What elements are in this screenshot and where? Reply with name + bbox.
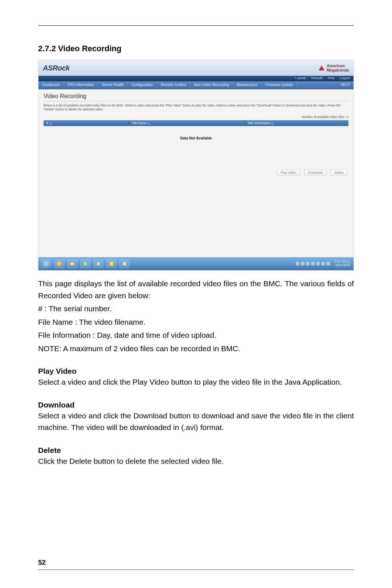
video-table: # △ File Name △ File Information △ Data … bbox=[44, 120, 348, 150]
section-heading: 2.7.2 Video Recording bbox=[38, 44, 354, 53]
taskbar-explorer-icon[interactable] bbox=[67, 259, 78, 268]
no-data-label: Data Not Available bbox=[44, 126, 348, 150]
taskbar-app-icon-4[interactable] bbox=[119, 259, 130, 268]
page-footer: 52 bbox=[38, 559, 354, 570]
brand-right-line2: Megatrends bbox=[327, 68, 349, 72]
tray-icon[interactable] bbox=[326, 262, 330, 265]
tray-icon[interactable] bbox=[311, 262, 315, 265]
taskbar-app-icon-1[interactable] bbox=[80, 259, 91, 268]
col-serial[interactable]: # △ bbox=[44, 120, 129, 126]
clock-date: 2012/4/16 bbox=[334, 264, 350, 267]
table-header-row: # △ File Name △ File Information △ bbox=[44, 120, 348, 126]
brand-bar: ASRock American Megatrends bbox=[38, 60, 354, 76]
taskbar-app-icon-3[interactable] bbox=[106, 259, 117, 268]
note-line: NOTE: A maximum of 2 video files can be … bbox=[38, 343, 354, 355]
link-refresh[interactable]: Refresh bbox=[311, 76, 323, 80]
delete-button[interactable]: Delete bbox=[330, 170, 348, 175]
system-tray: 下午 08:11 2012/4/16 bbox=[296, 260, 351, 267]
video-count-label: Number of available Video files : 0 bbox=[44, 115, 348, 119]
subhead-download: Download bbox=[38, 401, 354, 409]
intro-paragraph: This page displays the list of available… bbox=[38, 278, 354, 301]
content-description: Below is a list of available recorded vi… bbox=[44, 104, 348, 111]
link-logout[interactable]: Logout bbox=[340, 76, 350, 80]
download-body: Select a video and click the Download bu… bbox=[38, 410, 354, 434]
subhead-delete: Delete bbox=[38, 446, 354, 455]
document-page: 2.7.2 Video Recording ASRock American Me… bbox=[0, 0, 392, 588]
tray-icon[interactable] bbox=[301, 262, 305, 265]
windows-icon bbox=[43, 261, 49, 267]
content-area: Video Recording Below is a list of avail… bbox=[38, 89, 354, 175]
content-divider bbox=[44, 101, 348, 101]
brand-right-line1: American bbox=[327, 64, 349, 68]
field-filename: File Name : The video filename. bbox=[38, 316, 354, 328]
app-icon bbox=[82, 261, 88, 267]
embedded-screenshot: ASRock American Megatrends • admin Refre… bbox=[38, 60, 354, 271]
nav-configuration[interactable]: Configuration bbox=[128, 81, 157, 89]
tray-icons[interactable] bbox=[296, 262, 330, 265]
clock[interactable]: 下午 08:11 2012/4/16 bbox=[333, 260, 351, 267]
play-icon bbox=[56, 261, 62, 267]
taskbar-app-icon-2[interactable] bbox=[93, 259, 104, 268]
subhead-play-video: Play Video bbox=[38, 367, 354, 376]
main-nav: Dashboard FRU Information Server Health … bbox=[38, 81, 354, 89]
delete-body: Click the Delete button to delete the se… bbox=[38, 455, 354, 467]
nav-server-health[interactable]: Server Health bbox=[98, 81, 128, 89]
person-icon bbox=[109, 261, 114, 267]
nav-remote-control[interactable]: Remote Control bbox=[157, 81, 190, 89]
play-video-body: Select a video and click the Play Video … bbox=[38, 376, 354, 388]
svg-rect-3 bbox=[70, 263, 74, 265]
user-bar: • admin Refresh Print Logout bbox=[38, 76, 354, 81]
triangle-icon bbox=[319, 65, 324, 70]
bottom-rule bbox=[38, 569, 354, 570]
app-icon bbox=[95, 261, 101, 267]
nav-dashboard[interactable]: Dashboard bbox=[38, 81, 64, 89]
page-number: 52 bbox=[38, 559, 46, 567]
user-label: • admin bbox=[295, 76, 306, 80]
link-print[interactable]: Print bbox=[328, 76, 335, 80]
button-row: Play Video Download Delete bbox=[44, 169, 348, 175]
folder-icon bbox=[69, 261, 75, 267]
col-fileinfo[interactable]: File Information △ bbox=[245, 120, 348, 126]
play-video-button[interactable]: Play Video bbox=[277, 170, 300, 175]
logo-asrock: ASRock bbox=[43, 64, 70, 72]
field-serial: # : The serial number. bbox=[38, 303, 354, 315]
nav-firmware-update[interactable]: Firmware Update bbox=[261, 81, 297, 89]
svg-point-7 bbox=[111, 263, 112, 264]
nav-fru[interactable]: FRU Information bbox=[64, 81, 98, 89]
download-button[interactable]: Download bbox=[304, 170, 327, 175]
tray-icon[interactable] bbox=[321, 262, 325, 265]
taskbar-media-icon[interactable] bbox=[54, 259, 65, 268]
svg-rect-5 bbox=[97, 262, 100, 265]
nav-help[interactable]: HELP bbox=[337, 81, 354, 89]
svg-rect-4 bbox=[83, 262, 87, 265]
top-rule bbox=[38, 25, 354, 26]
svg-rect-8 bbox=[123, 262, 126, 265]
logo-ami: American Megatrends bbox=[319, 64, 349, 72]
nav-maintenance[interactable]: Maintenance bbox=[233, 81, 261, 89]
content-title: Video Recording bbox=[44, 93, 348, 100]
tray-icon[interactable] bbox=[306, 262, 310, 265]
start-button[interactable] bbox=[41, 259, 52, 268]
nav-auto-video-recording[interactable]: Auto Video Recording bbox=[190, 81, 233, 89]
app-icon bbox=[122, 261, 127, 267]
col-filename[interactable]: File Name △ bbox=[129, 120, 245, 126]
table-row: Data Not Available bbox=[44, 126, 348, 150]
windows-taskbar: 下午 08:11 2012/4/16 bbox=[38, 257, 354, 270]
tray-icon[interactable] bbox=[316, 262, 320, 265]
field-fileinfo: File Information : Day, date and time of… bbox=[38, 329, 354, 341]
tray-icon[interactable] bbox=[296, 262, 299, 265]
